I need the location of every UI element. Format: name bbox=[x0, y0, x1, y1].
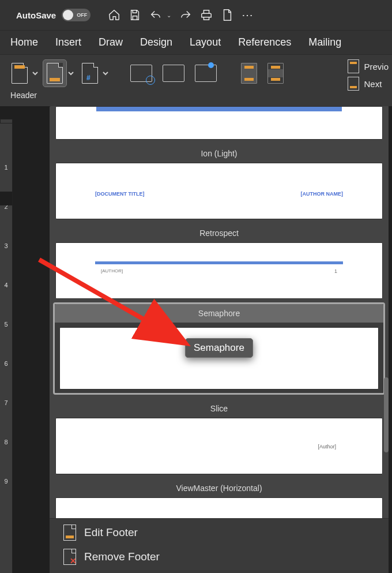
gallery-item-viewmaster[interactable]: ViewMaster (Horizontal) [Date] 1 bbox=[55, 477, 383, 518]
tab-mailings[interactable]: Mailing bbox=[308, 36, 341, 48]
vertical-ruler: 1 2 3 4 5 6 7 8 9 bbox=[0, 123, 13, 573]
header-footer-view-2[interactable] bbox=[264, 59, 287, 87]
qat-icons: ⌄ ⋯ bbox=[108, 8, 254, 22]
ruler-tick: 2 bbox=[4, 202, 7, 241]
ruler-tick: 3 bbox=[4, 241, 7, 280]
edit-footer-icon bbox=[63, 525, 76, 541]
autosave-toggle[interactable]: OFF bbox=[62, 9, 91, 21]
tab-layout[interactable]: Layout bbox=[190, 36, 221, 48]
placeholder-author: [AUTHOR NAME] bbox=[301, 191, 344, 197]
footer-button[interactable] bbox=[43, 59, 67, 87]
tooltip-text: Semaphore bbox=[194, 342, 244, 353]
undo-caret-icon[interactable]: ⌄ bbox=[167, 12, 171, 18]
header-footer-view-1[interactable] bbox=[238, 59, 261, 87]
tab-draw[interactable]: Draw bbox=[99, 36, 123, 48]
nav-next-label: Next bbox=[364, 79, 382, 89]
nav-previous-button[interactable]: Previo bbox=[348, 59, 389, 73]
tab-references[interactable]: References bbox=[238, 36, 291, 48]
header-caret-icon[interactable] bbox=[31, 59, 39, 87]
autosave-label: AutoSave bbox=[16, 10, 56, 20]
gallery-item-title: Retrospect bbox=[55, 222, 383, 242]
gallery-item-partial[interactable] bbox=[55, 106, 383, 140]
gallery-item-title: Semaphore bbox=[55, 304, 383, 323]
remove-footer-label: Remove Footer bbox=[84, 550, 160, 563]
gallery-item-ion-light[interactable]: Ion (Light) [DOCUMENT TITLE] [AUTHOR NAM… bbox=[55, 142, 383, 219]
gallery-scroll[interactable]: Ion (Light) [DOCUMENT TITLE] [AUTHOR NAM… bbox=[50, 106, 389, 518]
nav-previous-label: Previo bbox=[364, 62, 389, 72]
autosave-control[interactable]: AutoSave OFF bbox=[16, 9, 91, 21]
tab-design[interactable]: Design bbox=[140, 36, 172, 48]
gallery-item-retrospect[interactable]: Retrospect [AUTHOR] 1 bbox=[55, 222, 383, 299]
more-icon[interactable]: ⋯ bbox=[242, 8, 254, 22]
gallery-scrollbar[interactable] bbox=[384, 377, 389, 452]
nav-group: Previo Next bbox=[348, 59, 389, 91]
placeholder-doc-title: [DOCUMENT TITLE] bbox=[95, 191, 145, 197]
quick-access-toolbar: AutoSave OFF ⌄ ⋯ bbox=[0, 0, 392, 30]
gallery-actions: Edit Footer ✕ Remove Footer bbox=[50, 518, 389, 573]
ruler-tick: 7 bbox=[4, 398, 7, 437]
placeholder-page: 1 bbox=[334, 268, 337, 274]
ribbon-tabs: Home Insert Draw Design Layout Reference… bbox=[0, 30, 392, 54]
remove-footer-action[interactable]: ✕ Remove Footer bbox=[63, 549, 377, 565]
ruler-tick: 6 bbox=[4, 359, 7, 398]
gallery-item-title: ViewMaster (Horizontal) bbox=[55, 477, 383, 497]
header-group: Header bbox=[8, 59, 39, 100]
ruler-tick: 8 bbox=[4, 437, 7, 477]
placeholder-author: [Author] bbox=[318, 444, 336, 450]
home-icon[interactable] bbox=[108, 9, 120, 21]
header-button[interactable] bbox=[8, 59, 31, 87]
ruler-tick: 4 bbox=[4, 280, 7, 320]
gallery-item-title: Slice bbox=[55, 397, 383, 418]
date-time-button[interactable] bbox=[127, 59, 156, 87]
tab-insert[interactable]: Insert bbox=[55, 36, 81, 48]
tooltip: Semaphore bbox=[185, 338, 253, 358]
new-doc-icon[interactable] bbox=[221, 9, 233, 21]
ribbon-controls: Header # Previo Next bbox=[0, 54, 392, 106]
remove-footer-icon: ✕ bbox=[63, 549, 76, 565]
gallery-item-title: Ion (Light) bbox=[55, 142, 383, 163]
redo-icon[interactable] bbox=[179, 9, 192, 21]
page-number-caret-icon[interactable] bbox=[101, 59, 110, 87]
header-label: Header bbox=[10, 91, 37, 100]
footer-caret-icon[interactable] bbox=[67, 59, 75, 87]
gallery-item-slice[interactable]: Slice [Author] bbox=[55, 397, 383, 474]
page-number-button[interactable]: # bbox=[78, 59, 101, 87]
document-info-button[interactable] bbox=[159, 59, 188, 87]
ruler-tick: 9 bbox=[4, 477, 7, 516]
autosave-state: OFF bbox=[77, 12, 87, 18]
placeholder-author: [AUTHOR] bbox=[101, 268, 123, 274]
horizontal-ruler bbox=[0, 119, 13, 123]
pictures-button[interactable] bbox=[191, 59, 220, 87]
edit-footer-label: Edit Footer bbox=[84, 526, 138, 539]
undo-icon[interactable] bbox=[149, 9, 162, 21]
toggle-knob bbox=[63, 10, 73, 20]
print-icon[interactable] bbox=[200, 9, 213, 21]
save-icon[interactable] bbox=[129, 9, 141, 21]
tab-home[interactable]: Home bbox=[10, 36, 38, 48]
ruler-tick: 5 bbox=[4, 320, 7, 359]
edit-footer-action[interactable]: Edit Footer bbox=[63, 525, 377, 541]
nav-next-button[interactable]: Next bbox=[348, 77, 389, 91]
